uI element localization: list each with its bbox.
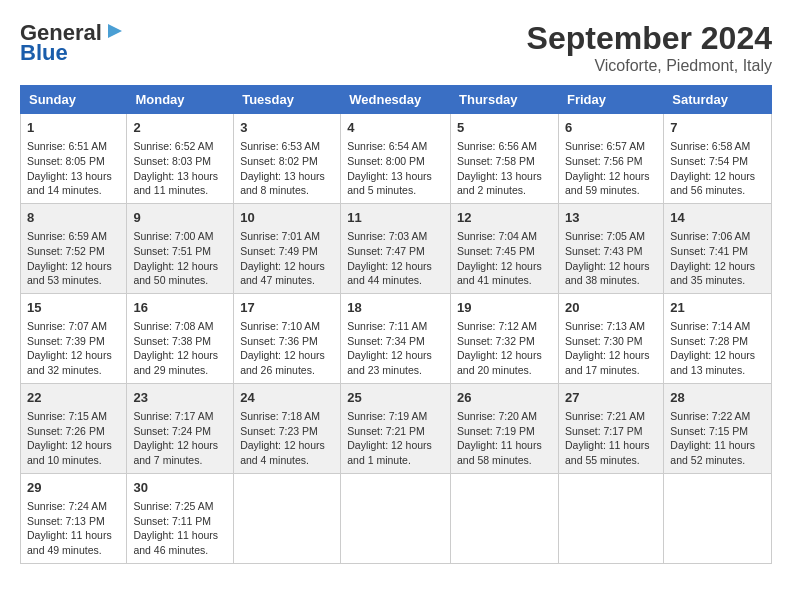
calendar-day-cell: 5Sunrise: 6:56 AMSunset: 7:58 PMDaylight… [451,114,559,204]
day-info: Sunrise: 7:00 AMSunset: 7:51 PMDaylight:… [133,229,227,288]
weekday-header-thursday: Thursday [451,86,559,114]
calendar-day-cell: 22Sunrise: 7:15 AMSunset: 7:26 PMDayligh… [21,383,127,473]
weekday-header-monday: Monday [127,86,234,114]
calendar-day-cell: 30Sunrise: 7:25 AMSunset: 7:11 PMDayligh… [127,473,234,563]
calendar-day-cell: 8Sunrise: 6:59 AMSunset: 7:52 PMDaylight… [21,203,127,293]
day-number: 24 [240,389,334,407]
calendar-day-cell: 20Sunrise: 7:13 AMSunset: 7:30 PMDayligh… [558,293,663,383]
day-info: Sunrise: 7:24 AMSunset: 7:13 PMDaylight:… [27,499,120,558]
day-number: 18 [347,299,444,317]
day-info: Sunrise: 7:04 AMSunset: 7:45 PMDaylight:… [457,229,552,288]
day-number: 1 [27,119,120,137]
calendar-day-cell: 10Sunrise: 7:01 AMSunset: 7:49 PMDayligh… [234,203,341,293]
calendar-day-cell: 27Sunrise: 7:21 AMSunset: 7:17 PMDayligh… [558,383,663,473]
day-number: 9 [133,209,227,227]
day-info: Sunrise: 7:11 AMSunset: 7:34 PMDaylight:… [347,319,444,378]
calendar-day-cell: 26Sunrise: 7:20 AMSunset: 7:19 PMDayligh… [451,383,559,473]
day-number: 12 [457,209,552,227]
calendar-day-cell: 14Sunrise: 7:06 AMSunset: 7:41 PMDayligh… [664,203,772,293]
day-info: Sunrise: 7:22 AMSunset: 7:15 PMDaylight:… [670,409,765,468]
day-info: Sunrise: 7:01 AMSunset: 7:49 PMDaylight:… [240,229,334,288]
day-number: 27 [565,389,657,407]
day-number: 16 [133,299,227,317]
day-info: Sunrise: 7:19 AMSunset: 7:21 PMDaylight:… [347,409,444,468]
calendar-day-cell: 23Sunrise: 7:17 AMSunset: 7:24 PMDayligh… [127,383,234,473]
calendar-day-cell: 3Sunrise: 6:53 AMSunset: 8:02 PMDaylight… [234,114,341,204]
calendar-day-cell: 16Sunrise: 7:08 AMSunset: 7:38 PMDayligh… [127,293,234,383]
day-info: Sunrise: 7:21 AMSunset: 7:17 PMDaylight:… [565,409,657,468]
calendar-day-cell: 29Sunrise: 7:24 AMSunset: 7:13 PMDayligh… [21,473,127,563]
day-number: 14 [670,209,765,227]
day-info: Sunrise: 7:25 AMSunset: 7:11 PMDaylight:… [133,499,227,558]
calendar-day-cell: 24Sunrise: 7:18 AMSunset: 7:23 PMDayligh… [234,383,341,473]
calendar-day-cell: 2Sunrise: 6:52 AMSunset: 8:03 PMDaylight… [127,114,234,204]
day-info: Sunrise: 7:12 AMSunset: 7:32 PMDaylight:… [457,319,552,378]
weekday-header-friday: Friday [558,86,663,114]
day-number: 19 [457,299,552,317]
day-number: 3 [240,119,334,137]
day-info: Sunrise: 7:03 AMSunset: 7:47 PMDaylight:… [347,229,444,288]
calendar-day-cell: 6Sunrise: 6:57 AMSunset: 7:56 PMDaylight… [558,114,663,204]
calendar-day-cell: 25Sunrise: 7:19 AMSunset: 7:21 PMDayligh… [341,383,451,473]
day-info: Sunrise: 6:56 AMSunset: 7:58 PMDaylight:… [457,139,552,198]
title-block: September 2024 Vicoforte, Piedmont, Ital… [527,20,772,75]
calendar-day-cell: 17Sunrise: 7:10 AMSunset: 7:36 PMDayligh… [234,293,341,383]
day-number: 7 [670,119,765,137]
calendar-header-row: SundayMondayTuesdayWednesdayThursdayFrid… [21,86,772,114]
day-number: 29 [27,479,120,497]
day-info: Sunrise: 6:58 AMSunset: 7:54 PMDaylight:… [670,139,765,198]
day-info: Sunrise: 6:51 AMSunset: 8:05 PMDaylight:… [27,139,120,198]
logo-arrow-icon [104,20,126,42]
day-info: Sunrise: 7:05 AMSunset: 7:43 PMDaylight:… [565,229,657,288]
day-number: 13 [565,209,657,227]
calendar-day-cell: 18Sunrise: 7:11 AMSunset: 7:34 PMDayligh… [341,293,451,383]
day-number: 11 [347,209,444,227]
day-info: Sunrise: 7:07 AMSunset: 7:39 PMDaylight:… [27,319,120,378]
calendar-day-cell: 12Sunrise: 7:04 AMSunset: 7:45 PMDayligh… [451,203,559,293]
calendar-week-row: 15Sunrise: 7:07 AMSunset: 7:39 PMDayligh… [21,293,772,383]
day-number: 5 [457,119,552,137]
calendar-day-cell [234,473,341,563]
weekday-header-wednesday: Wednesday [341,86,451,114]
weekday-header-sunday: Sunday [21,86,127,114]
page-header: General Blue September 2024 Vicoforte, P… [20,20,772,75]
day-number: 20 [565,299,657,317]
day-number: 25 [347,389,444,407]
calendar-week-row: 22Sunrise: 7:15 AMSunset: 7:26 PMDayligh… [21,383,772,473]
calendar-day-cell: 9Sunrise: 7:00 AMSunset: 7:51 PMDaylight… [127,203,234,293]
day-info: Sunrise: 6:57 AMSunset: 7:56 PMDaylight:… [565,139,657,198]
day-number: 10 [240,209,334,227]
day-number: 23 [133,389,227,407]
calendar-day-cell [664,473,772,563]
calendar-day-cell: 11Sunrise: 7:03 AMSunset: 7:47 PMDayligh… [341,203,451,293]
calendar-day-cell: 4Sunrise: 6:54 AMSunset: 8:00 PMDaylight… [341,114,451,204]
weekday-header-tuesday: Tuesday [234,86,341,114]
day-number: 30 [133,479,227,497]
calendar-day-cell: 21Sunrise: 7:14 AMSunset: 7:28 PMDayligh… [664,293,772,383]
calendar-day-cell: 13Sunrise: 7:05 AMSunset: 7:43 PMDayligh… [558,203,663,293]
day-number: 21 [670,299,765,317]
day-info: Sunrise: 6:52 AMSunset: 8:03 PMDaylight:… [133,139,227,198]
calendar-week-row: 29Sunrise: 7:24 AMSunset: 7:13 PMDayligh… [21,473,772,563]
day-info: Sunrise: 7:13 AMSunset: 7:30 PMDaylight:… [565,319,657,378]
day-info: Sunrise: 6:54 AMSunset: 8:00 PMDaylight:… [347,139,444,198]
calendar-table: SundayMondayTuesdayWednesdayThursdayFrid… [20,85,772,564]
calendar-day-cell [451,473,559,563]
day-info: Sunrise: 7:10 AMSunset: 7:36 PMDaylight:… [240,319,334,378]
calendar-day-cell: 15Sunrise: 7:07 AMSunset: 7:39 PMDayligh… [21,293,127,383]
day-info: Sunrise: 6:53 AMSunset: 8:02 PMDaylight:… [240,139,334,198]
day-number: 4 [347,119,444,137]
day-number: 15 [27,299,120,317]
logo-text-blue: Blue [20,40,68,66]
calendar-day-cell [341,473,451,563]
day-number: 17 [240,299,334,317]
day-info: Sunrise: 7:15 AMSunset: 7:26 PMDaylight:… [27,409,120,468]
svg-marker-0 [108,24,122,38]
calendar-day-cell: 28Sunrise: 7:22 AMSunset: 7:15 PMDayligh… [664,383,772,473]
calendar-week-row: 1Sunrise: 6:51 AMSunset: 8:05 PMDaylight… [21,114,772,204]
day-number: 28 [670,389,765,407]
calendar-day-cell: 7Sunrise: 6:58 AMSunset: 7:54 PMDaylight… [664,114,772,204]
weekday-header-saturday: Saturday [664,86,772,114]
calendar-day-cell: 19Sunrise: 7:12 AMSunset: 7:32 PMDayligh… [451,293,559,383]
calendar-day-cell [558,473,663,563]
